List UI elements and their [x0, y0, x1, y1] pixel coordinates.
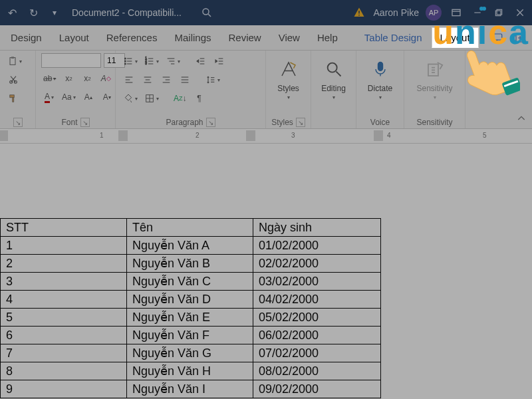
- tab-review[interactable]: Review: [221, 28, 269, 47]
- tab-layout[interactable]: Layout: [51, 28, 97, 47]
- table-row: 4Nguyễn Văn D04/02/2000: [1, 291, 381, 309]
- restore-icon[interactable]: [491, 5, 507, 21]
- user-avatar[interactable]: AP: [426, 5, 442, 21]
- tab-references[interactable]: References: [98, 28, 166, 47]
- warning-icon[interactable]: [351, 5, 367, 21]
- align-left-button[interactable]: [121, 72, 137, 88]
- font-family-combo[interactable]: [41, 53, 101, 68]
- svg-point-17: [124, 58, 126, 59]
- justify-button[interactable]: [177, 72, 193, 88]
- align-right-button[interactable]: [158, 72, 174, 88]
- data-table[interactable]: STT Tên Ngày sinh 1Nguyễn Văn A01/02/200…: [0, 218, 381, 398]
- numbering-button[interactable]: 123: [142, 53, 161, 69]
- increase-indent-button[interactable]: [211, 53, 227, 69]
- search-icon[interactable]: [199, 5, 215, 21]
- table-row: 2Nguyễn Văn B02/02/2000: [1, 255, 381, 273]
- table-header-row: STT Tên Ngày sinh: [1, 219, 381, 237]
- superscript-button[interactable]: x2: [79, 70, 95, 86]
- comments-icon[interactable]: [488, 29, 507, 47]
- grow-font-button[interactable]: A▴: [80, 89, 96, 105]
- change-case-button[interactable]: Aa: [60, 89, 78, 105]
- undo-icon[interactable]: ↶: [4, 5, 20, 21]
- paste-button[interactable]: [5, 53, 24, 69]
- group-sensitivity: Sensitivity Sensitivity: [404, 51, 466, 128]
- dictate-button[interactable]: Dictate: [362, 53, 399, 100]
- shading-button[interactable]: [121, 90, 140, 106]
- bullets-button[interactable]: [121, 53, 140, 69]
- group-sensitivity-label: Sensitivity: [416, 118, 452, 127]
- svg-line-1: [208, 14, 211, 17]
- tab-help[interactable]: Help: [309, 28, 346, 47]
- group-voice-label: Voice: [370, 118, 390, 127]
- align-center-button[interactable]: [140, 72, 156, 88]
- table-row: 5Nguyễn Văn E05/02/2000: [1, 309, 381, 327]
- tab-mailings[interactable]: Mailings: [166, 28, 219, 47]
- title-bar: ↶ ↻ ▾ Document2 - Compatibili... Aaron P…: [0, 0, 532, 25]
- decrease-indent-button[interactable]: [193, 53, 209, 69]
- ruler-tick-2: 2: [196, 132, 200, 139]
- multilevel-button[interactable]: [164, 53, 182, 69]
- group-clipboard: ↘: [0, 51, 36, 128]
- minimize-icon[interactable]: [469, 5, 485, 21]
- display-options-icon[interactable]: [448, 5, 464, 21]
- ribbon: ↘ ab x2 x2 A◇ A Aa A▴ A▾ Font ↘: [0, 51, 532, 129]
- page: STT Tên Ngày sinh 1Nguyễn Văn A01/02/200…: [0, 144, 523, 399]
- tab-design[interactable]: Design: [3, 28, 50, 47]
- tab-view[interactable]: View: [271, 28, 308, 47]
- group-paragraph: 123 AZ↓ ¶ Paragraph ↘: [116, 51, 266, 128]
- group-editing: Editing: [311, 51, 356, 128]
- borders-button[interactable]: [142, 90, 161, 106]
- group-voice: Dictate Voice: [356, 51, 404, 128]
- font-dialog-launcher[interactable]: ↘: [80, 118, 90, 127]
- find-icon: [325, 56, 343, 82]
- share-icon[interactable]: [511, 29, 529, 47]
- ruler-tick-3: 3: [291, 132, 295, 139]
- shrink-font-button[interactable]: A▾: [99, 89, 115, 105]
- ribbon-tabs: Design Layout References Mailings Review…: [0, 25, 532, 51]
- editing-button[interactable]: Editing: [315, 53, 352, 100]
- clear-formatting-button[interactable]: A◇: [98, 70, 114, 86]
- header-ngaysinh[interactable]: Ngày sinh: [253, 219, 381, 237]
- sort-button[interactable]: AZ↓: [172, 90, 189, 106]
- group-styles: Styles Styles ↘: [266, 51, 311, 128]
- document-area[interactable]: STT Tên Ngày sinh 1Nguyễn Văn A01/02/200…: [0, 144, 532, 399]
- sensitivity-icon: [425, 56, 445, 82]
- customize-qat-icon[interactable]: ▾: [47, 5, 63, 21]
- ruler-tick-5: 5: [483, 132, 487, 139]
- show-marks-button[interactable]: ¶: [192, 90, 207, 106]
- table-row: 6Nguyễn Văn F06/02/2000: [1, 327, 381, 344]
- document-title[interactable]: Document2 - Compatibili...: [69, 7, 184, 18]
- table-row: 7Nguyễn Văn G07/02/2000: [1, 344, 381, 362]
- font-color-button[interactable]: A: [41, 89, 57, 105]
- strike-button[interactable]: ab: [41, 70, 58, 86]
- svg-rect-8: [495, 11, 501, 16]
- header-stt[interactable]: STT: [1, 219, 127, 237]
- horizontal-ruler[interactable]: 1 2 3 4 5: [0, 129, 532, 144]
- svg-point-56: [327, 63, 336, 72]
- tab-table-layout[interactable]: Layout: [432, 27, 479, 48]
- ruler-tick-1: 1: [100, 132, 104, 139]
- sensitivity-button[interactable]: Sensitivity: [416, 53, 454, 100]
- header-ten[interactable]: Tên: [127, 219, 253, 237]
- svg-text:3: 3: [145, 62, 147, 65]
- repeat-icon[interactable]: ↻: [25, 5, 41, 21]
- paragraph-dialog-launcher[interactable]: ↘: [206, 118, 215, 127]
- cut-button[interactable]: [5, 72, 21, 88]
- svg-point-19: [124, 61, 126, 62]
- sensitivity-label: Sensitivity: [416, 84, 452, 93]
- subscript-button[interactable]: x2: [61, 70, 76, 86]
- user-name[interactable]: Aaron Pike: [374, 7, 419, 18]
- svg-point-0: [203, 9, 209, 15]
- styles-button[interactable]: Styles: [270, 53, 307, 100]
- table-row: 3Nguyễn Văn C03/02/2000: [1, 273, 381, 291]
- styles-dialog-launcher[interactable]: ↘: [296, 118, 305, 127]
- line-spacing-button[interactable]: [203, 72, 222, 88]
- styles-icon: [279, 56, 299, 82]
- svg-rect-7: [497, 9, 502, 15]
- tab-table-design[interactable]: Table Design: [356, 28, 430, 47]
- close-icon[interactable]: [512, 5, 528, 21]
- format-painter-button[interactable]: [5, 90, 21, 106]
- microphone-icon: [371, 56, 390, 82]
- group-clipboard-launcher[interactable]: ↘: [13, 116, 23, 127]
- collapse-ribbon-button[interactable]: [516, 113, 527, 126]
